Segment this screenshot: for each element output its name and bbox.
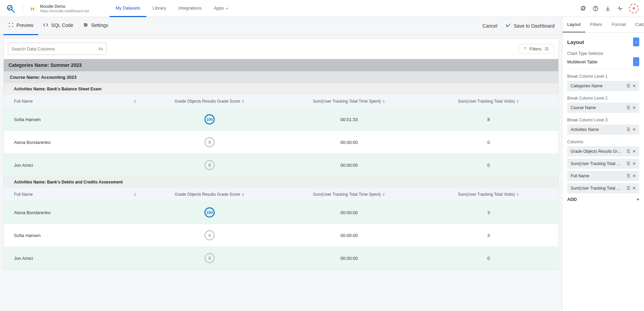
cell-full-name: Alona Bondarenko — [4, 201, 140, 224]
plus-icon: + — [636, 197, 639, 202]
case-toggle[interactable]: Aa — [99, 47, 103, 51]
cell-full-name: Jon Amici — [4, 247, 140, 269]
config-icon[interactable]: ☰ — [627, 127, 630, 132]
table-row: Sofia Hansen10000:01:338 — [4, 108, 558, 131]
user-avatar[interactable]: ✽ — [629, 4, 639, 13]
remove-icon[interactable]: ✕ — [632, 161, 636, 166]
save-label: Save to Dashboard — [514, 23, 555, 29]
chart-type-label: Chart Type Selector — [567, 51, 639, 56]
break-level-chip-2[interactable]: Course Name☰✕ — [567, 103, 639, 113]
svg-point-5 — [86, 24, 87, 25]
layout-heading: Layout — [567, 39, 584, 45]
cell-visits: 0 — [419, 154, 558, 176]
cell-time: 00:00:00 — [280, 247, 419, 269]
break-level-label-1: Break Column Level 1 — [567, 74, 639, 79]
group-level1: Categories Name: Summer 2023 — [4, 59, 558, 71]
sort-icon[interactable]: ▲▼ — [242, 99, 245, 103]
save-to-dashboard-button[interactable]: Save to Dashboard — [505, 23, 559, 29]
cell-grade: 0 — [140, 131, 280, 153]
rp-tab-filters[interactable]: Filters — [585, 17, 607, 32]
brand-info[interactable]: Moodle Demo https://moodle.intelliboard.… — [30, 4, 89, 13]
sort-icon[interactable]: ▲▼ — [516, 192, 519, 196]
remove-icon[interactable]: ✕ — [632, 105, 636, 110]
table-header: Full Name▲▼Grade Objects Results Grade S… — [4, 95, 558, 108]
cell-full-name: Jon Amici — [4, 154, 140, 176]
filters-button[interactable]: Filters 2 — [519, 44, 554, 54]
add-label: ADD — [567, 197, 577, 202]
add-column-button[interactable]: ADD + — [567, 197, 639, 202]
table-row: Jon Amici000:00:000 — [4, 153, 558, 176]
help-icon[interactable] — [592, 5, 599, 12]
activity-icon[interactable] — [617, 5, 624, 12]
sort-icon[interactable]: ▲▼ — [382, 192, 385, 196]
group-level3: Activities Name: Bank's Balance Sheet Ex… — [4, 83, 558, 95]
column-chip[interactable]: Grade Objects Results Grade Sc...☰✕ — [567, 146, 639, 157]
column-chip[interactable]: Sum(User Tracking Total Time S...☰✕ — [567, 159, 639, 169]
search-data-columns-input[interactable]: Aa — [8, 43, 107, 55]
column-chip[interactable]: Full Name☰✕ — [567, 171, 639, 181]
sort-icon[interactable]: ▲▼ — [133, 99, 137, 103]
table-row: Jon Amici000:00:000 — [4, 247, 558, 269]
group-level2: Course Name: Accounting 2023 — [4, 71, 558, 83]
remove-icon[interactable]: ✕ — [632, 84, 636, 88]
sliders-icon — [83, 22, 88, 29]
remove-icon[interactable]: ✕ — [632, 186, 636, 191]
rp-tab-format[interactable]: Format — [607, 17, 630, 32]
config-icon[interactable]: ☰ — [627, 161, 630, 166]
chart-type-selector-button[interactable]: › — [633, 57, 639, 66]
nav-tab-library[interactable]: Library — [146, 0, 172, 17]
table-row: Alona Bondarenko000:00:000 — [4, 131, 558, 153]
nav-tab-integrations[interactable]: Integrations — [172, 0, 208, 17]
tab-preview[interactable]: Preview — [3, 17, 38, 35]
search-input[interactable] — [12, 46, 99, 51]
cancel-button[interactable]: Cancel — [483, 23, 498, 29]
columns-section-label: Columns — [567, 139, 639, 144]
sort-icon[interactable]: ▲▼ — [516, 99, 519, 103]
brand-title: Moodle Demo — [40, 4, 89, 9]
cell-time: 00:01:33 — [280, 108, 419, 131]
remove-icon[interactable]: ✕ — [632, 127, 636, 132]
cell-full-name: Alona Bondarenko — [4, 131, 140, 153]
break-level-chip-3[interactable]: Activities Name☰✕ — [567, 124, 639, 135]
table-row: Alona Bondarenko10000:00:003 — [4, 201, 558, 224]
filter-icon — [523, 46, 527, 51]
nav-tab-apps[interactable]: Apps — [208, 0, 234, 17]
edit-icon[interactable] — [580, 5, 587, 12]
sort-icon[interactable]: ▲▼ — [382, 99, 385, 103]
filters-label: Filters — [529, 46, 541, 51]
cell-grade: 100 — [140, 201, 280, 224]
app-logo[interactable] — [5, 3, 16, 14]
tab-settings[interactable]: Settings — [78, 17, 113, 35]
nav-tab-my-datasets[interactable]: My Datasets — [110, 0, 146, 17]
config-icon[interactable]: ☰ — [627, 186, 630, 191]
sort-icon[interactable]: ▲▼ — [133, 192, 137, 196]
chart-type-value: Multilevel Table — [567, 59, 598, 64]
download-icon[interactable] — [604, 5, 611, 12]
break-level-chip-1[interactable]: Categories Name☰✕ — [567, 81, 639, 91]
cell-time: 00:00:00 — [280, 131, 419, 153]
rp-tab-layout[interactable]: Layout — [562, 17, 585, 32]
config-icon[interactable]: ☰ — [627, 149, 630, 154]
break-level-label-3: Break Column Level 3 — [567, 118, 639, 122]
column-chip[interactable]: Sum(User Tracking Total Visits)☰✕ — [567, 183, 639, 193]
config-icon[interactable]: ☰ — [627, 174, 630, 178]
rp-tab-calc[interactable]: Calc — [631, 17, 644, 32]
cell-visits: 3 — [419, 201, 558, 224]
svg-point-6 — [85, 26, 86, 27]
remove-icon[interactable]: ✕ — [632, 174, 636, 178]
collapse-panel-button[interactable]: › — [633, 38, 639, 46]
remove-icon[interactable]: ✕ — [632, 149, 636, 154]
tab-settings-label: Settings — [91, 23, 109, 28]
tab-sql-label: SQL Code — [51, 23, 73, 28]
cell-visits: 8 — [419, 108, 558, 131]
cell-grade: 100 — [140, 108, 280, 131]
sort-icon[interactable]: ▲▼ — [242, 192, 245, 196]
config-icon[interactable]: ☰ — [627, 105, 630, 110]
cell-grade: 0 — [140, 154, 280, 176]
code-icon — [43, 22, 48, 29]
config-icon[interactable]: ☰ — [627, 84, 630, 88]
tab-preview-label: Preview — [16, 23, 33, 28]
cell-time: 00:00:00 — [280, 154, 419, 176]
tab-sql-code[interactable]: SQL Code — [38, 17, 78, 35]
break-level-label-2: Break Column Level 2 — [567, 96, 639, 101]
